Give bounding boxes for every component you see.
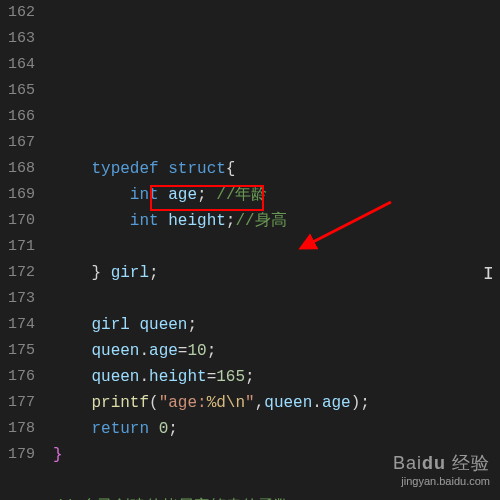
code-editor[interactable]: 1621631641651661671681691701711721731741…	[0, 0, 500, 500]
line-number: 175	[8, 338, 35, 364]
line-number: 174	[8, 312, 35, 338]
code-line[interactable]: typedef struct{	[53, 156, 500, 182]
line-number-gutter: 1621631641651661671681691701711721731741…	[0, 0, 53, 500]
line-number: 162	[8, 0, 35, 26]
line-number: 176	[8, 364, 35, 390]
watermark: Baidu 经验 jingyan.baidu.com	[393, 453, 490, 488]
line-number: 171	[8, 234, 35, 260]
line-number: 163	[8, 26, 35, 52]
code-line[interactable]: } girl;	[53, 260, 500, 286]
code-line[interactable]: queen.age=10;	[53, 338, 500, 364]
line-number: 166	[8, 104, 35, 130]
text-cursor-icon: I	[483, 261, 494, 287]
code-line[interactable]	[53, 286, 500, 312]
code-line[interactable]: // 自己创建的拷贝字符串的函数	[53, 494, 500, 500]
line-number: 167	[8, 130, 35, 156]
code-line[interactable]: printf("age:%d\n",queen.age);	[53, 390, 500, 416]
line-number: 179	[8, 442, 35, 468]
code-line[interactable]: int height;//身高	[53, 208, 500, 234]
line-number: 177	[8, 390, 35, 416]
code-line[interactable]: queen.height=165;	[53, 364, 500, 390]
code-line[interactable]: return 0;	[53, 416, 500, 442]
line-number: 172	[8, 260, 35, 286]
code-area[interactable]: I typedef struct{ int age; //年龄 int heig…	[53, 0, 500, 500]
line-number: 169	[8, 182, 35, 208]
line-number: 178	[8, 416, 35, 442]
line-number: 165	[8, 78, 35, 104]
code-line[interactable]	[53, 234, 500, 260]
code-line[interactable]: int age; //年龄	[53, 182, 500, 208]
code-line[interactable]: girl queen;	[53, 312, 500, 338]
line-number: 168	[8, 156, 35, 182]
code-line[interactable]	[53, 130, 500, 156]
line-number: 170	[8, 208, 35, 234]
line-number: 173	[8, 286, 35, 312]
line-number: 164	[8, 52, 35, 78]
